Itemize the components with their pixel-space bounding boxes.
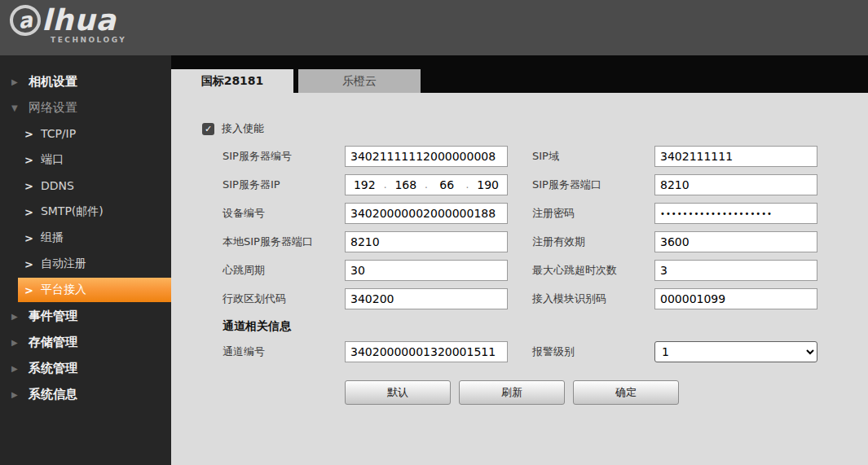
sidebar-item-label: TCP/IP xyxy=(41,127,76,140)
sidebar-item-network-settings[interactable]: ▼ 网络设置 xyxy=(0,94,171,121)
dahua-web-ui: a lhua TECHNOLOGY ▶ 相机设置 ▼ 网络设置 > TCP/IP… xyxy=(0,0,868,465)
sidebar-item-label: 相机设置 xyxy=(29,74,77,90)
sidebar-item-label: DDNS xyxy=(41,179,74,192)
sidebar-item-auto-register[interactable]: > 自动注册 xyxy=(0,251,171,277)
sidebar-item-tcpip[interactable]: > TCP/IP xyxy=(0,121,171,147)
sidebar-item-system-management[interactable]: ▶ 系统管理 xyxy=(0,355,171,381)
ip-octet-1[interactable]: 192 xyxy=(346,178,384,191)
max-heartbeat-timeout-input[interactable] xyxy=(654,260,817,281)
sidebar-item-label: 组播 xyxy=(41,230,64,245)
access-enable-checkbox[interactable]: ✓ xyxy=(202,123,214,135)
register-password-input[interactable] xyxy=(654,203,817,224)
channel-id-label: 通道编号 xyxy=(223,344,345,359)
triangle-right-icon: ▶ xyxy=(11,364,20,373)
triangle-right-icon: ▶ xyxy=(11,312,20,321)
sidebar-item-smtp[interactable]: > SMTP(邮件) xyxy=(0,199,171,225)
local-sip-port-label: 本地SIP服务器端口 xyxy=(223,235,345,249)
chevron-right-icon: > xyxy=(24,232,33,244)
register-password-label: 注册密码 xyxy=(532,206,654,221)
sidebar-nav: ▶ 相机设置 ▼ 网络设置 > TCP/IP > 端口 > DDNS > SMT… xyxy=(0,55,171,465)
chevron-right-icon: > xyxy=(24,258,33,270)
channel-id-input[interactable] xyxy=(345,341,508,362)
sidebar-item-platform-access[interactable]: > 平台接入 xyxy=(18,278,171,302)
sip-server-ip-input[interactable]: 192 . 168 . 66 . 190 xyxy=(345,174,508,195)
sidebar-item-label: SMTP(邮件) xyxy=(41,204,104,219)
sip-server-id-label: SIP服务器编号 xyxy=(223,149,345,164)
access-module-id-input[interactable] xyxy=(654,288,817,309)
local-sip-port-input[interactable] xyxy=(345,231,508,252)
triangle-right-icon: ▶ xyxy=(11,390,20,399)
chevron-right-icon: > xyxy=(24,128,33,140)
sidebar-item-label: 平台接入 xyxy=(41,283,86,297)
default-button[interactable]: 默认 xyxy=(345,380,451,405)
register-valid-label: 注册有效期 xyxy=(532,235,654,249)
chevron-right-icon: > xyxy=(24,180,33,192)
sidebar-item-label: 自动注册 xyxy=(41,257,86,271)
sidebar-item-label: 端口 xyxy=(41,152,64,167)
confirm-button[interactable]: 确定 xyxy=(573,380,679,405)
triangle-right-icon: ▶ xyxy=(11,77,20,86)
sip-server-id-input[interactable] xyxy=(345,146,508,167)
chevron-right-icon: > xyxy=(24,206,33,218)
header: a lhua TECHNOLOGY xyxy=(0,0,868,55)
sidebar-item-ddns[interactable]: > DDNS xyxy=(0,173,171,199)
sidebar-item-label: 网络设置 xyxy=(29,100,77,116)
tab-gb28181[interactable]: 国标28181 xyxy=(171,69,293,93)
sidebar-item-label: 系统管理 xyxy=(29,361,77,376)
heartbeat-period-input[interactable] xyxy=(345,260,508,281)
logo-subtitle: TECHNOLOGY xyxy=(51,36,868,44)
device-id-label: 设备编号 xyxy=(223,206,345,221)
heartbeat-period-label: 心跳周期 xyxy=(223,263,345,278)
triangle-right-icon: ▶ xyxy=(11,338,20,347)
tab-bar: 国标28181 乐橙云 xyxy=(171,55,868,93)
access-module-id-label: 接入模块识别码 xyxy=(532,292,654,306)
ip-octet-3[interactable]: 66 xyxy=(428,178,466,191)
logo-text: lhua xyxy=(42,6,117,35)
access-enable-label: 接入使能 xyxy=(222,121,264,136)
sidebar-item-camera-settings[interactable]: ▶ 相机设置 xyxy=(0,68,171,94)
sidebar-item-system-info[interactable]: ▶ 系统信息 xyxy=(0,381,171,407)
chevron-right-icon: > xyxy=(24,284,33,296)
sidebar-item-multicast[interactable]: > 组播 xyxy=(0,225,171,251)
region-code-label: 行政区划代码 xyxy=(223,292,345,306)
refresh-button[interactable]: 刷新 xyxy=(459,380,565,405)
channel-info-section-title: 通道相关信息 xyxy=(223,319,868,334)
sidebar-item-label: 系统信息 xyxy=(29,387,77,402)
sidebar-item-label: 事件管理 xyxy=(29,309,77,324)
sidebar-item-event-management[interactable]: ▶ 事件管理 xyxy=(0,303,171,329)
platform-access-form: ✓ 接入使能 SIP服务器编号 SIP域 SIP服务器IP 192 . xyxy=(171,93,868,465)
chevron-right-icon: > xyxy=(24,154,33,166)
max-heartbeat-timeout-label: 最大心跳超时次数 xyxy=(532,263,654,278)
triangle-down-icon: ▼ xyxy=(11,103,20,112)
sip-server-ip-label: SIP服务器IP xyxy=(223,178,345,192)
sip-domain-label: SIP域 xyxy=(532,149,654,164)
sip-server-port-input[interactable] xyxy=(654,174,817,195)
ip-octet-4[interactable]: 190 xyxy=(469,178,507,191)
dahua-logo: a lhua xyxy=(10,5,868,36)
register-valid-input[interactable] xyxy=(654,231,817,252)
sip-domain-input[interactable] xyxy=(654,146,817,167)
logo-circle-a-icon: a xyxy=(8,3,43,38)
tab-lechengyun[interactable]: 乐橙云 xyxy=(298,69,421,93)
device-id-input[interactable] xyxy=(345,203,508,224)
sip-server-port-label: SIP服务器端口 xyxy=(532,178,654,192)
sidebar-item-storage-management[interactable]: ▶ 存储管理 xyxy=(0,329,171,355)
alarm-level-label: 报警级别 xyxy=(532,344,654,359)
ip-octet-2[interactable]: 168 xyxy=(386,178,425,191)
sidebar-item-label: 存储管理 xyxy=(29,335,77,350)
sidebar-item-port[interactable]: > 端口 xyxy=(0,147,171,173)
alarm-level-select[interactable]: 1 xyxy=(654,341,817,362)
region-code-input[interactable] xyxy=(345,288,508,309)
